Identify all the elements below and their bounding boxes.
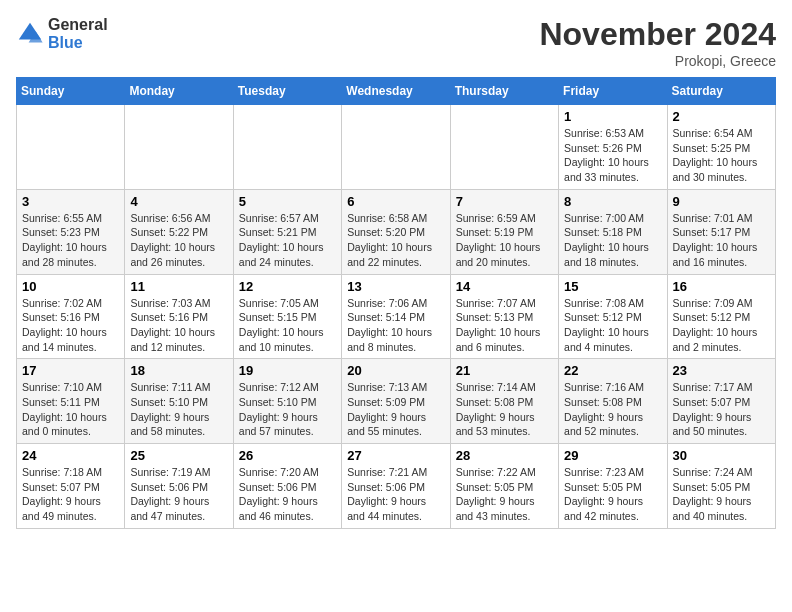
day-info: Sunrise: 7:11 AMSunset: 5:10 PMDaylight:… — [130, 380, 227, 439]
day-number: 19 — [239, 363, 336, 378]
calendar-cell: 16Sunrise: 7:09 AMSunset: 5:12 PMDayligh… — [667, 274, 775, 359]
weekday-thursday: Thursday — [450, 78, 558, 105]
day-info: Sunrise: 7:24 AMSunset: 5:05 PMDaylight:… — [673, 465, 770, 524]
day-info: Sunrise: 7:01 AMSunset: 5:17 PMDaylight:… — [673, 211, 770, 270]
day-info: Sunrise: 7:14 AMSunset: 5:08 PMDaylight:… — [456, 380, 553, 439]
day-info: Sunrise: 7:03 AMSunset: 5:16 PMDaylight:… — [130, 296, 227, 355]
logo-icon — [16, 20, 44, 48]
day-number: 13 — [347, 279, 444, 294]
calendar-cell: 29Sunrise: 7:23 AMSunset: 5:05 PMDayligh… — [559, 444, 667, 529]
calendar-cell: 8Sunrise: 7:00 AMSunset: 5:18 PMDaylight… — [559, 189, 667, 274]
day-number: 1 — [564, 109, 661, 124]
calendar-cell: 24Sunrise: 7:18 AMSunset: 5:07 PMDayligh… — [17, 444, 125, 529]
logo-text: General Blue — [48, 16, 108, 51]
day-number: 23 — [673, 363, 770, 378]
day-info: Sunrise: 7:08 AMSunset: 5:12 PMDaylight:… — [564, 296, 661, 355]
calendar-cell: 3Sunrise: 6:55 AMSunset: 5:23 PMDaylight… — [17, 189, 125, 274]
weekday-sunday: Sunday — [17, 78, 125, 105]
day-info: Sunrise: 7:06 AMSunset: 5:14 PMDaylight:… — [347, 296, 444, 355]
calendar-cell: 12Sunrise: 7:05 AMSunset: 5:15 PMDayligh… — [233, 274, 341, 359]
calendar-cell: 18Sunrise: 7:11 AMSunset: 5:10 PMDayligh… — [125, 359, 233, 444]
day-number: 29 — [564, 448, 661, 463]
day-info: Sunrise: 7:20 AMSunset: 5:06 PMDaylight:… — [239, 465, 336, 524]
calendar-cell: 2Sunrise: 6:54 AMSunset: 5:25 PMDaylight… — [667, 105, 775, 190]
day-number: 16 — [673, 279, 770, 294]
day-number: 18 — [130, 363, 227, 378]
day-info: Sunrise: 6:59 AMSunset: 5:19 PMDaylight:… — [456, 211, 553, 270]
calendar-cell: 9Sunrise: 7:01 AMSunset: 5:17 PMDaylight… — [667, 189, 775, 274]
day-info: Sunrise: 7:07 AMSunset: 5:13 PMDaylight:… — [456, 296, 553, 355]
day-info: Sunrise: 7:21 AMSunset: 5:06 PMDaylight:… — [347, 465, 444, 524]
calendar-cell — [125, 105, 233, 190]
day-number: 2 — [673, 109, 770, 124]
month-title: November 2024 — [539, 16, 776, 53]
day-info: Sunrise: 7:10 AMSunset: 5:11 PMDaylight:… — [22, 380, 119, 439]
day-info: Sunrise: 7:22 AMSunset: 5:05 PMDaylight:… — [456, 465, 553, 524]
calendar-cell — [342, 105, 450, 190]
day-number: 10 — [22, 279, 119, 294]
title-block: November 2024 Prokopi, Greece — [539, 16, 776, 69]
calendar-cell: 10Sunrise: 7:02 AMSunset: 5:16 PMDayligh… — [17, 274, 125, 359]
calendar-cell: 30Sunrise: 7:24 AMSunset: 5:05 PMDayligh… — [667, 444, 775, 529]
calendar-cell — [17, 105, 125, 190]
day-info: Sunrise: 6:54 AMSunset: 5:25 PMDaylight:… — [673, 126, 770, 185]
logo-blue-text: Blue — [48, 34, 108, 52]
calendar-cell: 1Sunrise: 6:53 AMSunset: 5:26 PMDaylight… — [559, 105, 667, 190]
calendar-cell: 28Sunrise: 7:22 AMSunset: 5:05 PMDayligh… — [450, 444, 558, 529]
calendar-cell: 22Sunrise: 7:16 AMSunset: 5:08 PMDayligh… — [559, 359, 667, 444]
day-number: 15 — [564, 279, 661, 294]
week-row-4: 17Sunrise: 7:10 AMSunset: 5:11 PMDayligh… — [17, 359, 776, 444]
calendar-cell: 6Sunrise: 6:58 AMSunset: 5:20 PMDaylight… — [342, 189, 450, 274]
day-info: Sunrise: 6:58 AMSunset: 5:20 PMDaylight:… — [347, 211, 444, 270]
calendar-cell: 5Sunrise: 6:57 AMSunset: 5:21 PMDaylight… — [233, 189, 341, 274]
weekday-tuesday: Tuesday — [233, 78, 341, 105]
calendar-cell: 13Sunrise: 7:06 AMSunset: 5:14 PMDayligh… — [342, 274, 450, 359]
day-number: 20 — [347, 363, 444, 378]
day-info: Sunrise: 7:19 AMSunset: 5:06 PMDaylight:… — [130, 465, 227, 524]
day-info: Sunrise: 7:12 AMSunset: 5:10 PMDaylight:… — [239, 380, 336, 439]
calendar-cell: 19Sunrise: 7:12 AMSunset: 5:10 PMDayligh… — [233, 359, 341, 444]
day-info: Sunrise: 6:57 AMSunset: 5:21 PMDaylight:… — [239, 211, 336, 270]
day-info: Sunrise: 7:13 AMSunset: 5:09 PMDaylight:… — [347, 380, 444, 439]
day-number: 28 — [456, 448, 553, 463]
day-number: 5 — [239, 194, 336, 209]
day-info: Sunrise: 6:55 AMSunset: 5:23 PMDaylight:… — [22, 211, 119, 270]
day-number: 21 — [456, 363, 553, 378]
day-number: 27 — [347, 448, 444, 463]
calendar-cell: 23Sunrise: 7:17 AMSunset: 5:07 PMDayligh… — [667, 359, 775, 444]
day-number: 6 — [347, 194, 444, 209]
day-info: Sunrise: 6:53 AMSunset: 5:26 PMDaylight:… — [564, 126, 661, 185]
weekday-saturday: Saturday — [667, 78, 775, 105]
day-info: Sunrise: 7:16 AMSunset: 5:08 PMDaylight:… — [564, 380, 661, 439]
day-number: 11 — [130, 279, 227, 294]
day-info: Sunrise: 7:18 AMSunset: 5:07 PMDaylight:… — [22, 465, 119, 524]
weekday-monday: Monday — [125, 78, 233, 105]
logo: General Blue — [16, 16, 108, 51]
day-number: 8 — [564, 194, 661, 209]
day-info: Sunrise: 6:56 AMSunset: 5:22 PMDaylight:… — [130, 211, 227, 270]
calendar-body: 1Sunrise: 6:53 AMSunset: 5:26 PMDaylight… — [17, 105, 776, 529]
weekday-wednesday: Wednesday — [342, 78, 450, 105]
logo-general-text: General — [48, 16, 108, 34]
day-number: 9 — [673, 194, 770, 209]
day-number: 14 — [456, 279, 553, 294]
day-number: 26 — [239, 448, 336, 463]
day-info: Sunrise: 7:09 AMSunset: 5:12 PMDaylight:… — [673, 296, 770, 355]
weekday-friday: Friday — [559, 78, 667, 105]
calendar-cell: 20Sunrise: 7:13 AMSunset: 5:09 PMDayligh… — [342, 359, 450, 444]
day-number: 17 — [22, 363, 119, 378]
day-info: Sunrise: 7:02 AMSunset: 5:16 PMDaylight:… — [22, 296, 119, 355]
day-number: 22 — [564, 363, 661, 378]
day-info: Sunrise: 7:00 AMSunset: 5:18 PMDaylight:… — [564, 211, 661, 270]
day-number: 3 — [22, 194, 119, 209]
calendar-cell: 21Sunrise: 7:14 AMSunset: 5:08 PMDayligh… — [450, 359, 558, 444]
calendar-cell: 14Sunrise: 7:07 AMSunset: 5:13 PMDayligh… — [450, 274, 558, 359]
day-number: 25 — [130, 448, 227, 463]
day-number: 24 — [22, 448, 119, 463]
week-row-2: 3Sunrise: 6:55 AMSunset: 5:23 PMDaylight… — [17, 189, 776, 274]
week-row-3: 10Sunrise: 7:02 AMSunset: 5:16 PMDayligh… — [17, 274, 776, 359]
location: Prokopi, Greece — [539, 53, 776, 69]
day-info: Sunrise: 7:05 AMSunset: 5:15 PMDaylight:… — [239, 296, 336, 355]
calendar-cell: 25Sunrise: 7:19 AMSunset: 5:06 PMDayligh… — [125, 444, 233, 529]
calendar-cell: 11Sunrise: 7:03 AMSunset: 5:16 PMDayligh… — [125, 274, 233, 359]
